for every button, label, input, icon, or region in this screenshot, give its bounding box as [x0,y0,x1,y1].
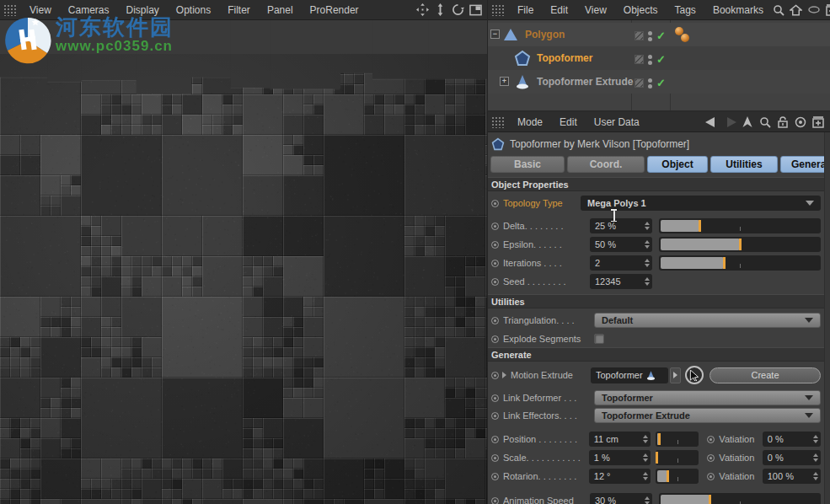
search-icon[interactable] [758,115,772,129]
menu-panel[interactable]: Panel [259,0,302,20]
spinner-icon[interactable] [641,277,650,286]
visibility-dots[interactable] [648,31,652,41]
animation-speed-slider[interactable] [659,493,821,504]
param-circle-icon[interactable] [491,317,499,324]
add-icon[interactable] [825,3,830,17]
object-row-topoformer-extrude[interactable]: + Topoformer Extrude ✓ [488,70,830,94]
spinner-icon[interactable] [641,222,650,230]
object-name[interactable]: Topoformer [537,52,592,64]
scale-slider[interactable] [656,450,699,465]
iterations-slider[interactable] [659,255,821,271]
rotarion-slider[interactable] [656,469,699,484]
history-back-icon[interactable] [705,115,719,129]
param-circle-icon[interactable] [491,335,499,343]
search-icon[interactable] [772,3,785,17]
pick-object-button[interactable] [685,366,704,384]
history-forward-icon[interactable] [723,115,736,129]
spinner-icon[interactable] [641,496,650,504]
viewport-3d-render[interactable] [0,20,487,504]
rotate-view-icon[interactable] [451,3,464,17]
rotarion-variation-input[interactable]: 100 % [763,469,821,484]
layer-icon[interactable] [635,55,644,64]
position-slider[interactable] [656,432,699,447]
spinner-icon[interactable] [640,472,648,480]
object-name[interactable]: Polygon [525,29,565,40]
scrollbar-track[interactable] [824,132,830,504]
enabled-check-icon[interactable]: ✓ [656,53,666,66]
epsilon-input[interactable]: 50 % [590,237,652,252]
spinner-icon[interactable] [810,453,818,462]
tab-coord[interactable]: Coord. [567,156,645,173]
visibility-dots[interactable] [648,78,652,88]
spinner-icon[interactable] [641,259,650,267]
triangulation-dropdown[interactable]: Default [594,313,821,328]
scale-input[interactable]: 1 % [589,450,651,465]
menu-mode[interactable]: Mode [509,112,551,132]
focus-target-icon[interactable] [794,115,807,129]
pan-view-icon[interactable] [415,3,429,17]
spinner-icon[interactable] [640,453,648,462]
param-circle-icon[interactable] [707,436,715,443]
tab-basic[interactable]: Basic [490,156,565,173]
epsilon-slider[interactable] [659,237,821,252]
menu-file[interactable]: File [509,0,542,20]
param-circle-icon[interactable] [491,223,499,230]
link-effectors-dropdown[interactable]: Topoformer Extrude [594,408,821,423]
param-circle-icon[interactable] [707,473,715,480]
param-circle-icon[interactable] [491,260,499,267]
link-deformer-dropdown[interactable]: Topoformer [594,390,821,405]
home-icon[interactable] [790,3,803,17]
panel-grip-icon[interactable] [491,116,504,128]
tab-generate[interactable]: Generate [780,156,830,173]
param-circle-icon[interactable] [491,412,499,420]
param-circle-icon[interactable] [491,497,499,504]
expand-expander-icon[interactable]: + [500,77,509,86]
spinner-icon[interactable] [810,435,818,443]
animation-speed-input[interactable]: 30 % [590,493,652,504]
position-variation-input[interactable]: 0 % [763,432,821,447]
section-object-properties[interactable]: Object Properties [488,177,824,191]
menu-objects[interactable]: Objects [615,0,667,20]
tab-object[interactable]: Object [647,156,708,173]
visibility-dots[interactable] [648,55,652,65]
menu-edit[interactable]: Edit [542,0,576,20]
explode-segments-checkbox[interactable] [594,334,604,344]
spinner-icon[interactable] [640,435,648,443]
section-generate[interactable]: Generate [488,347,824,362]
panel-grip-icon[interactable] [3,4,16,16]
zoom-view-icon[interactable] [433,3,447,17]
enabled-check-icon[interactable]: ✓ [656,29,666,42]
param-circle-icon[interactable] [491,278,499,286]
menu-view[interactable]: View [21,0,60,20]
toggle-active-view-icon[interactable] [469,3,482,17]
object-name[interactable]: Topoformer Extrude [537,76,633,88]
param-circle-icon[interactable] [491,394,499,402]
menu-prorender[interactable]: ProRender [302,0,367,20]
scale-variation-input[interactable]: 0 % [763,450,821,465]
topoformer-object-icon[interactable] [514,50,531,67]
menu-tags[interactable]: Tags [667,0,704,20]
tab-utilities[interactable]: Utilities [710,156,778,173]
param-circle-icon[interactable] [491,241,499,249]
menu-filter[interactable]: Filter [219,0,259,20]
param-circle-icon[interactable] [491,454,499,462]
spinner-icon[interactable] [810,472,818,480]
section-utilities[interactable]: Utilities [488,294,824,308]
delta-slider[interactable] [659,218,821,233]
position-input[interactable]: 11 cm [589,432,651,447]
motion-extrude-link-field[interactable]: Topoformer [591,367,668,383]
param-circle-icon[interactable] [491,436,499,443]
param-circle-icon[interactable] [491,372,499,379]
menu-view[interactable]: View [576,0,615,20]
menu-user-data[interactable]: User Data [586,112,648,132]
add-icon[interactable] [811,115,825,129]
layer-icon[interactable] [635,31,644,40]
link-menu-button[interactable] [670,367,681,383]
seed-input[interactable]: 12345 [590,274,652,289]
create-button[interactable]: Create [710,367,821,383]
layer-icon[interactable] [635,78,644,88]
rotarion-input[interactable]: 12 ° [589,469,651,484]
param-circle-icon[interactable] [491,473,499,480]
object-row-topoformer[interactable]: Topoformer ✓ [488,46,830,70]
lock-icon[interactable] [776,115,790,129]
